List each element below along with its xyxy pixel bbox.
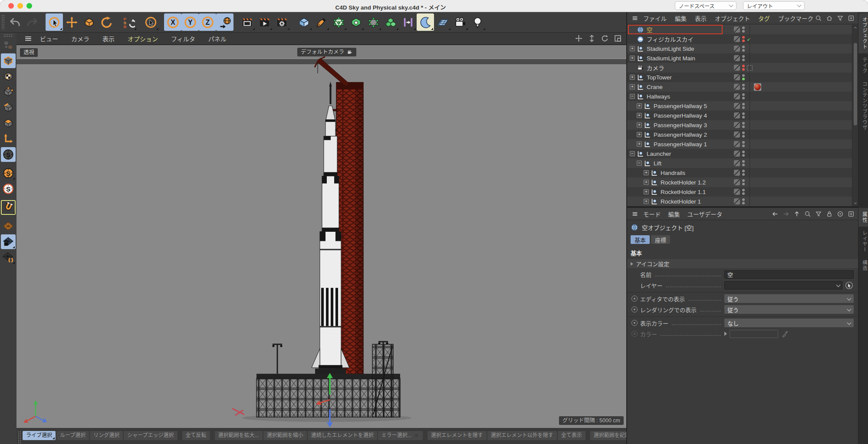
render-settings-button[interactable] <box>273 13 290 31</box>
search-icon[interactable] <box>804 210 811 217</box>
enabled-check-icon[interactable]: ✓ <box>747 36 752 42</box>
expand-toggle[interactable]: + <box>637 113 642 118</box>
rotate-tool-button[interactable] <box>98 13 115 31</box>
editor-visibility-select[interactable]: 従う <box>724 294 854 303</box>
object-row[interactable]: +RocketHolder 1.2 <box>627 178 852 187</box>
object-row[interactable]: フィジカルスカイ✓ <box>627 34 852 44</box>
visibility-dots[interactable] <box>742 179 745 185</box>
add-cloner-button[interactable] <box>382 13 399 31</box>
render-visibility-select[interactable]: 従う <box>724 305 854 314</box>
command-button-2[interactable]: リング選択 <box>90 431 123 440</box>
layer-swatch[interactable] <box>734 160 740 166</box>
enable-axis-mode-button[interactable] <box>1 132 16 146</box>
plus-sq-icon[interactable] <box>848 210 855 217</box>
expand-toggle[interactable]: + <box>630 84 635 89</box>
layer-swatch[interactable] <box>734 170 740 176</box>
visibility-dots[interactable] <box>742 93 745 99</box>
command-button-6[interactable]: 選択範囲を縮小 <box>263 431 307 440</box>
add-symmetry-button[interactable] <box>399 13 417 31</box>
expand-toggle[interactable]: + <box>630 56 635 61</box>
visibility-dots[interactable] <box>742 65 745 71</box>
visibility-dots[interactable] <box>742 160 745 166</box>
vp-max-icon[interactable] <box>614 34 622 43</box>
object-manager-menu-item-2[interactable]: 表示 <box>695 14 707 23</box>
command-button-10[interactable]: 選択エレメント以外を隠す <box>487 431 557 440</box>
object-row[interactable]: +PassengerHallway 1 <box>627 139 852 149</box>
lock-workplane-button[interactable] <box>1 234 16 249</box>
layer-swatch[interactable] <box>734 112 740 118</box>
add-camera-button[interactable] <box>451 13 469 31</box>
workplane-mode-button[interactable] <box>1 250 16 265</box>
layer-swatch[interactable] <box>734 74 740 80</box>
object-row[interactable]: −Launcher <box>627 149 852 158</box>
camera-badge[interactable]: デフォルトカメラ <box>297 48 356 56</box>
keyframe-radio[interactable] <box>631 296 638 302</box>
layer-swatch[interactable] <box>734 26 740 33</box>
search-icon[interactable] <box>815 15 822 22</box>
viewport-menu-item-3[interactable]: オプション <box>128 34 158 43</box>
layer-swatch[interactable] <box>734 198 740 204</box>
name-input[interactable] <box>724 270 854 279</box>
attribute-menu-icon[interactable] <box>631 211 639 217</box>
layer-swatch[interactable] <box>734 151 740 157</box>
layer-swatch[interactable] <box>734 132 740 138</box>
panel-tab-0[interactable]: オブジェクト <box>858 13 868 53</box>
object-row[interactable]: カメラ <box>627 63 852 72</box>
attribute-manager-menu-item-2[interactable]: ユーザデータ <box>687 210 723 218</box>
lock-z-axis-button[interactable]: Z <box>199 13 216 31</box>
layer-swatch[interactable] <box>734 65 740 71</box>
texture-mode-button[interactable] <box>1 69 16 84</box>
attribute-tab-0[interactable]: 基本 <box>631 235 650 244</box>
layer-dropdown[interactable] <box>724 281 842 289</box>
add-extrude-button[interactable] <box>347 13 365 31</box>
object-row[interactable]: +PassengerHallway 2 <box>627 130 852 139</box>
viewport-menu-item-2[interactable]: 表示 <box>102 34 115 43</box>
command-button-4[interactable]: 全て反転 <box>182 431 210 440</box>
keyframe-radio[interactable] <box>631 320 638 326</box>
attribute-manager-menu-item-0[interactable]: モード <box>643 210 661 218</box>
toolbar-grip[interactable] <box>1 15 5 30</box>
command-button-12[interactable]: 選択範囲を記録 <box>590 431 626 440</box>
visibility-dots[interactable] <box>742 103 745 109</box>
close-button[interactable] <box>8 3 14 9</box>
plus-sq-icon[interactable] <box>848 15 855 22</box>
attribute-manager-menu-item-1[interactable]: 編集 <box>668 210 680 218</box>
object-row[interactable]: +PassengerHallway 4 <box>627 111 852 120</box>
psr-tool-button[interactable]: PSR <box>120 13 137 31</box>
material-swatch[interactable] <box>754 83 761 91</box>
object-row[interactable]: −Hallways <box>627 92 852 101</box>
object-row[interactable]: +PassengerHallway 3 <box>627 120 852 130</box>
visibility-dots[interactable] <box>742 189 745 195</box>
keyframe-radio[interactable] <box>631 306 638 312</box>
vp-rotate-icon[interactable] <box>601 34 609 43</box>
scroll-down-icon[interactable] <box>853 201 858 205</box>
display-color-select[interactable]: なし <box>724 319 854 327</box>
scale-tool-button[interactable] <box>80 13 98 31</box>
visibility-dots[interactable] <box>742 132 745 138</box>
visibility-dots[interactable] <box>742 46 745 52</box>
command-button-0[interactable]: ライブ選択 <box>23 431 56 440</box>
viewport-menu-icon[interactable] <box>23 35 33 43</box>
object-row[interactable]: 空 <box>627 25 852 34</box>
visibility-dots[interactable] <box>742 84 745 90</box>
command-button-11[interactable]: 全て表示 <box>558 431 585 440</box>
toolbar-grip[interactable] <box>18 431 21 444</box>
layer-swatch[interactable] <box>734 36 740 42</box>
live-selection-tool-button[interactable] <box>46 13 63 31</box>
panel-tab-1[interactable]: テイク <box>858 53 868 78</box>
snap-toggle-button[interactable]: S <box>1 147 16 162</box>
visibility-dots[interactable] <box>742 112 745 118</box>
viewport-menu-item-5[interactable]: パネル <box>208 34 227 43</box>
layer-picker-button[interactable] <box>845 281 854 290</box>
layer-swatch[interactable] <box>734 141 740 147</box>
expand-toggle[interactable]: − <box>630 151 635 156</box>
coordinate-system-button[interactable] <box>216 13 233 31</box>
arrow-left-icon[interactable] <box>772 210 779 217</box>
object-row[interactable]: +TopTower <box>627 72 852 82</box>
home-icon[interactable] <box>826 15 833 22</box>
expand-toggle[interactable]: + <box>637 122 642 128</box>
expand-toggle[interactable]: + <box>637 132 642 137</box>
nodespace-dropdown[interactable]: ノードスペース <box>675 1 736 10</box>
funnel-icon[interactable] <box>815 210 822 217</box>
object-row[interactable]: +StadiumLight Main <box>627 53 852 63</box>
